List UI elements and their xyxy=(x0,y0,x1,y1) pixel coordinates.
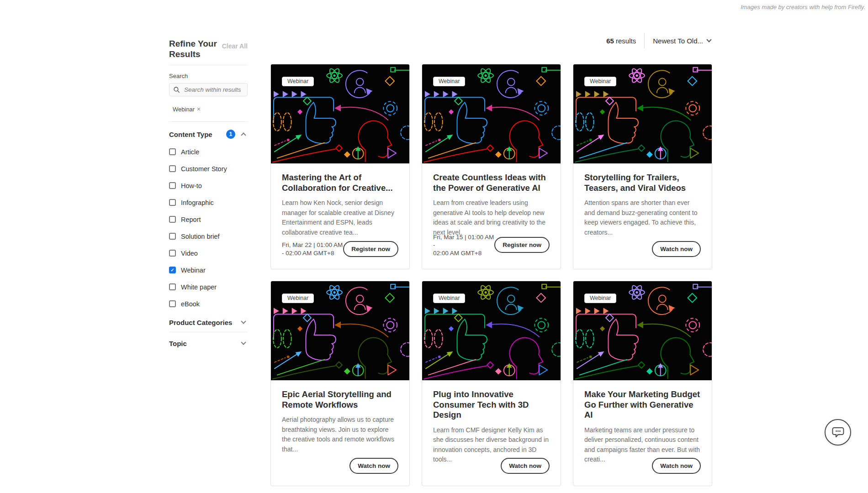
results-count: 65 results xyxy=(606,37,636,45)
active-filter-label: Webinar xyxy=(173,106,195,113)
content-type-tag: Webinar xyxy=(433,294,465,303)
checkbox[interactable]: ✓ xyxy=(169,182,176,189)
content-type-tag: Webinar xyxy=(282,77,314,86)
watch-now-button[interactable]: Watch now xyxy=(349,458,398,474)
register-now-button[interactable]: Register now xyxy=(494,237,550,253)
checkbox[interactable]: ✓ xyxy=(169,199,176,206)
content-type-list: ✓ Article ✓ Customer Story ✓ How-to ✓ In… xyxy=(169,143,248,312)
search-input[interactable] xyxy=(183,86,243,94)
card-description: Learn how Ken Nock, senior design manage… xyxy=(282,198,398,237)
topic-section-header[interactable]: Topic xyxy=(169,338,248,349)
divider xyxy=(169,332,248,332)
divider xyxy=(644,33,645,48)
card-thumbnail: Webinar xyxy=(573,281,712,380)
firefly-caption: Images made by creators with help from F… xyxy=(741,4,865,10)
card-description: Aerial photography allows us to capture … xyxy=(282,415,398,454)
checkbox[interactable]: ✓ xyxy=(169,300,176,307)
content-type-tag: Webinar xyxy=(584,77,616,86)
checkbox[interactable]: ✓ xyxy=(169,250,176,257)
watch-now-button[interactable]: Watch now xyxy=(652,241,701,257)
card-title[interactable]: Plug into Innovative Consumer Tech with … xyxy=(433,389,550,420)
search-icon xyxy=(174,87,180,93)
card-description: Learn from creative leaders using genera… xyxy=(433,198,550,237)
chevron-down-icon xyxy=(706,37,711,42)
filter-option-how-to[interactable]: ✓ How-to xyxy=(169,177,248,194)
card-thumbnail: Webinar xyxy=(422,281,561,380)
card-title[interactable]: Create Countless Ideas with the Power of… xyxy=(433,173,550,193)
checkbox[interactable]: ✓ xyxy=(169,233,176,240)
search-box[interactable] xyxy=(169,83,248,96)
content-type-section-header[interactable]: Content Type 1 xyxy=(169,129,248,140)
content-type-title: Content Type xyxy=(169,131,212,138)
card-thumbnail: Webinar xyxy=(573,64,712,163)
product-categories-section-header[interactable]: Product Categories xyxy=(169,317,248,328)
card-description: Attention spans are shorter than ever an… xyxy=(584,198,701,237)
webinar-card[interactable]: Webinar Epic Aerial Storytelling and Rem… xyxy=(270,281,410,486)
checkbox[interactable]: ✓ xyxy=(169,165,176,172)
content-type-tag: Webinar xyxy=(433,77,465,86)
chevron-down-icon[interactable] xyxy=(241,340,246,345)
card-title[interactable]: Storytelling for Trailers, Teasers, and … xyxy=(584,173,701,193)
webinar-card[interactable]: Webinar Plug into Innovative Consumer Te… xyxy=(422,281,561,486)
content-type-tag: Webinar xyxy=(584,294,616,303)
results-grid: Webinar Mastering the Art of Collaborati… xyxy=(270,64,712,486)
filter-option-report[interactable]: ✓ Report xyxy=(169,211,248,228)
clear-all-button[interactable]: Clear All xyxy=(222,42,248,50)
filter-option-video[interactable]: ✓ Video xyxy=(169,245,248,262)
chevron-down-icon[interactable] xyxy=(241,319,246,324)
filter-option-webinar[interactable]: ✓ Webinar xyxy=(169,262,248,278)
watch-now-button[interactable]: Watch now xyxy=(652,458,701,474)
checkbox[interactable]: ✓ xyxy=(169,216,176,223)
filter-option-ebook[interactable]: ✓ eBook xyxy=(169,295,248,312)
card-datetime: Fri, Mar 15 | 01:00 AM - 02:00 AM GMT+8 xyxy=(433,233,494,257)
selected-count-badge: 1 xyxy=(226,130,235,139)
card-datetime: Fri, Mar 22 | 01:00 AM - 02:00 AM GMT+8 xyxy=(282,241,343,257)
filter-option-customer-story[interactable]: ✓ Customer Story xyxy=(169,160,248,177)
active-filter-chip[interactable]: Webinar ✕ xyxy=(173,106,201,113)
filter-option-article[interactable]: ✓ Article xyxy=(169,143,248,160)
divider xyxy=(169,65,248,65)
search-label: Search xyxy=(169,73,248,79)
checkbox[interactable]: ✓ xyxy=(169,267,176,273)
register-now-button[interactable]: Register now xyxy=(343,241,398,257)
webinar-card[interactable]: Webinar Create Countless Ideas with the … xyxy=(422,64,561,269)
card-title[interactable]: Make Your Marketing Budget Go Further wi… xyxy=(584,389,701,420)
sidebar-title: Refine Your Results xyxy=(169,38,220,59)
checkbox[interactable]: ✓ xyxy=(169,148,176,155)
webinar-card[interactable]: Webinar Mastering the Art of Collaborati… xyxy=(270,64,410,269)
webinar-card[interactable]: Webinar Make Your Marketing Budget Go Fu… xyxy=(573,281,712,486)
sort-dropdown[interactable]: Newest To Old... xyxy=(653,37,713,45)
filter-option-solution-brief[interactable]: ✓ Solution brief xyxy=(169,228,248,245)
chat-button[interactable] xyxy=(825,419,851,446)
refine-sidebar: Refine Your Results Clear All Search Web… xyxy=(169,38,248,349)
filter-option-white-paper[interactable]: ✓ White paper xyxy=(169,278,248,295)
content-type-tag: Webinar xyxy=(282,294,314,303)
remove-filter-icon[interactable]: ✕ xyxy=(196,106,201,112)
card-title[interactable]: Mastering the Art of Collaboration for C… xyxy=(282,173,398,193)
card-thumbnail: Webinar xyxy=(422,64,561,163)
chevron-up-icon[interactable] xyxy=(241,132,246,137)
card-thumbnail: Webinar xyxy=(271,64,409,163)
watch-now-button[interactable]: Watch now xyxy=(501,458,550,474)
results-bar: 65 results Newest To Old... xyxy=(270,33,713,48)
checkbox[interactable]: ✓ xyxy=(169,283,176,290)
card-title[interactable]: Epic Aerial Storytelling and Remote Work… xyxy=(282,389,398,410)
webinar-card[interactable]: Webinar Storytelling for Trailers, Tease… xyxy=(573,64,712,269)
filter-option-infographic[interactable]: ✓ Infographic xyxy=(169,194,248,211)
card-thumbnail: Webinar xyxy=(271,281,409,380)
divider xyxy=(169,121,248,122)
chat-bubble-icon xyxy=(832,427,844,438)
